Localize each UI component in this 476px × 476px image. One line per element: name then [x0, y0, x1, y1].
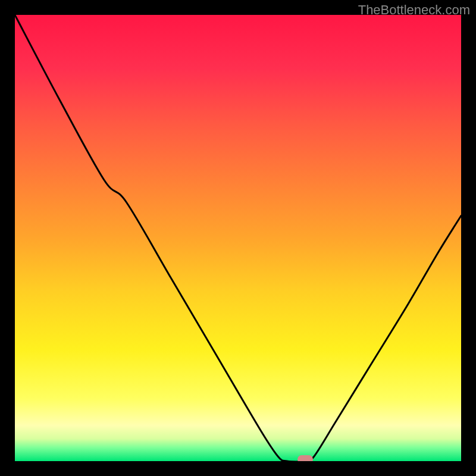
curve-layer — [15, 15, 461, 461]
optimal-marker — [298, 455, 313, 461]
bottleneck-curve — [15, 15, 461, 461]
watermark-text: TheBottleneck.com — [358, 2, 470, 18]
plot-area — [15, 15, 461, 461]
chart-frame: TheBottleneck.com — [0, 0, 476, 476]
